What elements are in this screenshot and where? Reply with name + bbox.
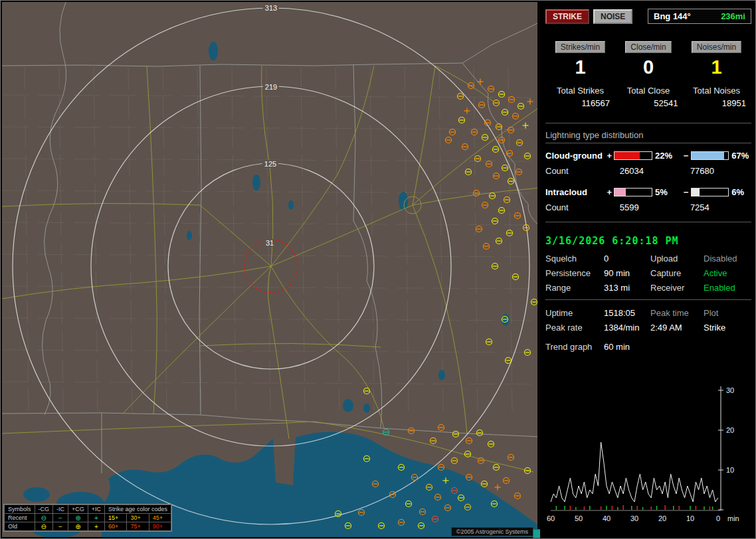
legend-recent-label: Recent [5, 514, 35, 522]
legend-symbol: + [88, 514, 104, 522]
total-noises-value: 18951 [683, 98, 750, 108]
age-code: 30+ [127, 514, 149, 522]
cg-minus-count: 77680 [681, 166, 751, 176]
age-code: 60+ [105, 522, 127, 531]
close-per-min-value: 0 [615, 56, 682, 78]
panel-header: STRIKE NOISE Bng 144° 236mi [545, 9, 751, 24]
strikes-rate-column: Strikes/min 1 Total Strikes 116567 [547, 41, 614, 108]
copyright-label: ©2005 Astrogenic Systems [451, 527, 533, 536]
ic-plus-bar [614, 188, 652, 196]
legend-col-cg-plus: +CG [68, 505, 88, 514]
ic-minus-bar [691, 188, 729, 196]
count-label: Count [545, 202, 611, 212]
age-code: 45+ [149, 514, 171, 522]
distribution-title: Lightning type distribution [545, 130, 751, 143]
control-panel: STRIKE NOISE Bng 144° 236mi Strikes/min … [540, 1, 756, 539]
cg-minus-bar [691, 151, 729, 160]
map-legend: Symbols -CG -IC +CG +IC Strike age color… [3, 504, 172, 532]
legend-old-row: Old ⊖−⊕+60+75+90+ [5, 522, 171, 531]
noise-button[interactable]: NOISE [593, 9, 632, 24]
divider [545, 123, 751, 123]
legend-symbol: ⊕ [68, 522, 88, 531]
legend-col-ic-plus: +IC [88, 505, 104, 514]
cg-plus-pct: 22% [652, 151, 682, 161]
strikes-per-min-value: 1 [547, 56, 614, 78]
x-axis-tick-label: 30 [630, 514, 638, 522]
trend-graph-label: Trend graph [545, 342, 604, 352]
legend-symbol: ⊖ [35, 522, 53, 531]
rate-counters: Strikes/min 1 Total Strikes 116567 Close… [547, 41, 750, 108]
cloud-ground-count-row: Count 26034 77680 [545, 166, 751, 176]
count-label: Count [545, 166, 611, 176]
bearing-distance: 236mi [721, 11, 745, 21]
trend-graph-row: Trend graph 60 min [545, 342, 751, 352]
squelch-label: Squelch [545, 254, 604, 264]
ic-minus-pct: 6% [729, 187, 751, 197]
x-axis-unit-label: min [727, 514, 739, 522]
persistence-label: Persistence [545, 268, 604, 278]
minus-sign: − [682, 151, 691, 161]
legend-old-label: Old [5, 522, 35, 531]
peak-time-header: Peak time [650, 308, 704, 318]
range-value: 313 mi [604, 283, 650, 293]
stats-grid: Uptime 1518:05 Peak time Plot Peak rate … [545, 308, 751, 333]
bearing-label: Bng 144° [654, 11, 691, 21]
divider [545, 299, 751, 300]
cg-plus-bar [614, 151, 652, 160]
cg-plus-count: 26034 [611, 166, 681, 176]
lightning-map[interactable]: 31321912531 Symbols -CG -IC +CG +IC Stri… [2, 2, 537, 537]
legend-col-symbols: Symbols [5, 505, 35, 514]
plus-sign: + [605, 187, 614, 197]
intracloud-row: Intracloud + 5% − 6% [545, 187, 751, 197]
legend-symbol: − [53, 514, 68, 522]
total-close-value: 52541 [615, 98, 682, 108]
age-code: 90+ [149, 522, 171, 531]
capture-label: Capture [650, 268, 704, 278]
ic-plus-pct: 5% [652, 187, 682, 197]
x-axis-tick-label: 10 [686, 514, 694, 522]
legend-col-cg-minus: -CG [35, 505, 53, 514]
legend-symbol: − [53, 522, 68, 531]
uptime-label: Uptime [545, 308, 604, 318]
x-axis-tick-label: 50 [575, 514, 583, 522]
intracloud-label: Intracloud [545, 187, 605, 197]
intracloud-count-row: Count 5599 7254 [545, 202, 751, 212]
x-axis-tick-label: 0 [716, 514, 720, 522]
total-strikes-value: 116567 [547, 98, 614, 108]
upload-label: Upload [650, 254, 704, 264]
x-axis-tick-label: 40 [603, 514, 611, 522]
receiver-value: Enabled [704, 283, 751, 293]
persistence-value: 90 min [604, 268, 650, 278]
x-axis-tick-label: 20 [658, 514, 666, 522]
cg-minus-pct: 67% [729, 151, 751, 161]
trend-chart: 3020106050403020100min [547, 356, 750, 530]
app-window: 31321912531 Symbols -CG -IC +CG +IC Stri… [0, 0, 756, 539]
legend-symbol: ⊖ [35, 514, 53, 522]
legend-col-ic-minus: -IC [53, 505, 68, 514]
legend-symbol: + [88, 522, 104, 531]
close-rate-column: Close/min 0 Total Close 52541 [615, 41, 682, 108]
minus-sign: − [682, 187, 691, 197]
plus-sign: + [605, 151, 614, 161]
y-axis-tick-label: 30 [726, 386, 734, 394]
status-grid: Squelch 0 Upload Disabled Persistence 90… [545, 254, 751, 293]
strike-button[interactable]: STRIKE [545, 9, 589, 24]
noises-rate-column: Noises/min 1 Total Noises 18951 [683, 41, 750, 108]
uptime-value: 1518:05 [604, 308, 650, 318]
legend-symbol: ⊕ [68, 514, 88, 522]
ic-plus-count: 5599 [611, 202, 681, 212]
y-axis-tick-label: 20 [726, 426, 734, 434]
total-close-label: Total Close [615, 86, 682, 96]
bearing-box: Bng 144° 236mi [648, 9, 751, 24]
divider [545, 222, 751, 222]
age-code: 75+ [127, 522, 149, 531]
trend-line [551, 442, 718, 502]
noises-per-min-badge[interactable]: Noises/min [692, 41, 741, 53]
y-axis-tick-label: 10 [726, 466, 734, 474]
strikes-per-min-badge[interactable]: Strikes/min [555, 41, 605, 53]
capture-value: Active [704, 268, 751, 278]
upload-value: Disabled [704, 254, 751, 264]
legend-header-row: Symbols -CG -IC +CG +IC Strike age color… [5, 505, 171, 514]
close-per-min-badge[interactable]: Close/min [625, 41, 671, 53]
legend-recent-row: Recent ⊖−⊕+15+30+45+ [5, 514, 171, 522]
